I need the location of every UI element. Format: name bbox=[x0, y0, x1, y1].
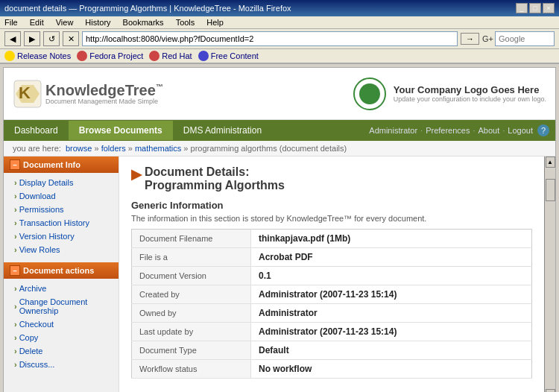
nav-logout[interactable]: Logout bbox=[508, 126, 533, 135]
sidebar-download[interactable]: Download bbox=[4, 189, 119, 203]
browser-toolbar: ◀ ▶ ↺ ✕ → G+ bbox=[0, 29, 559, 49]
table-cell-label: Document Filename bbox=[132, 230, 251, 248]
content-area: ▶ Document Details: Programming Algorthm… bbox=[119, 157, 544, 392]
menu-bookmarks[interactable]: Bookmarks bbox=[123, 18, 164, 27]
window-titlebar: document details — Programming Algorthms… bbox=[0, 0, 559, 16]
doc-title-line2: Programming Algorthms bbox=[145, 179, 285, 192]
menu-tools[interactable]: Tools bbox=[176, 18, 195, 27]
table-row: Owned byAdministrator bbox=[132, 304, 532, 323]
scroll-down-arrow[interactable]: ▼ bbox=[546, 389, 555, 392]
menu-file[interactable]: File bbox=[4, 18, 18, 27]
bookmark-icon-2 bbox=[77, 51, 87, 61]
table-cell-label: Last update by bbox=[132, 323, 251, 341]
menu-help[interactable]: Help bbox=[206, 18, 224, 27]
minimize-button[interactable]: _ bbox=[516, 3, 528, 13]
sidebar-archive[interactable]: Archive bbox=[4, 282, 119, 295]
search-input[interactable] bbox=[495, 31, 555, 46]
doc-info-toggle[interactable]: – bbox=[10, 159, 20, 170]
table-cell-label: Created by bbox=[132, 285, 251, 304]
table-cell-label: Owned by bbox=[132, 304, 251, 323]
section-desc: The information in this section is store… bbox=[131, 214, 532, 223]
table-cell-value: Default bbox=[251, 341, 532, 360]
bookmark-release-notes[interactable]: Release Notes bbox=[4, 51, 71, 61]
table-cell-value: No workflow bbox=[251, 360, 532, 379]
doc-title-block: ▶ Document Details: Programming Algorthm… bbox=[131, 165, 532, 192]
back-button[interactable]: ◀ bbox=[4, 31, 21, 46]
breadcrumb-mathematics[interactable]: mathematics bbox=[135, 144, 181, 153]
maximize-button[interactable]: □ bbox=[529, 3, 541, 13]
sidebar-delete[interactable]: Delete bbox=[4, 344, 119, 358]
nav-administrator[interactable]: Administrator bbox=[369, 126, 417, 135]
main-layout: – Document Info Display Details Download… bbox=[4, 157, 555, 392]
address-input[interactable] bbox=[82, 31, 458, 46]
table-cell-value: thinkapjava.pdf (1Mb) bbox=[251, 230, 532, 248]
page-wrapper: K KnowledgeTree™ Document Management Mad… bbox=[3, 67, 556, 392]
browser-chrome: File Edit View History Bookmarks Tools H… bbox=[0, 16, 559, 64]
sidebar-display-details[interactable]: Display Details bbox=[4, 176, 119, 189]
sidebar-view-roles[interactable]: View Roles bbox=[4, 243, 119, 256]
table-cell-label: Workflow status bbox=[132, 360, 251, 379]
scroll-thumb[interactable] bbox=[546, 179, 555, 201]
stop-button[interactable]: ✕ bbox=[63, 31, 79, 46]
sidebar-transaction-history[interactable]: Transaction History bbox=[4, 216, 119, 230]
forward-button[interactable]: ▶ bbox=[24, 31, 40, 46]
close-button[interactable]: × bbox=[543, 3, 555, 13]
table-row: Document Version0.1 bbox=[132, 267, 532, 285]
table-cell-value: Administrator (2007-11-23 15:14) bbox=[251, 285, 532, 304]
menu-edit[interactable]: Edit bbox=[30, 18, 44, 27]
menu-view[interactable]: View bbox=[56, 18, 74, 27]
nav-about[interactable]: About bbox=[479, 126, 500, 135]
nav-right-area: Administrator · Preferences · About · Lo… bbox=[369, 124, 555, 136]
company-logo-sub: Update your configuration to include you… bbox=[394, 95, 546, 103]
sidebar-checkout[interactable]: Checkout bbox=[4, 317, 119, 331]
table-cell-value: Administrator bbox=[251, 304, 532, 323]
nav-dms-admin[interactable]: DMS Administration bbox=[173, 121, 272, 140]
doc-actions-title: Document actions bbox=[23, 266, 94, 275]
menu-history[interactable]: History bbox=[85, 18, 110, 27]
company-logo-circle bbox=[353, 78, 386, 110]
sidebar-version-history[interactable]: Version History bbox=[4, 230, 119, 243]
sidebar-discuss[interactable]: Discuss... bbox=[4, 358, 119, 371]
breadcrumb-current: programming algorthms (document details) bbox=[191, 144, 347, 153]
table-cell-value: Acrobat PDF bbox=[251, 248, 532, 267]
go-button[interactable]: → bbox=[461, 33, 479, 45]
address-bar: → bbox=[82, 31, 479, 46]
scrollbar[interactable]: ▲ ▼ bbox=[544, 157, 555, 392]
sidebar-permissions[interactable]: Permissions bbox=[4, 203, 119, 216]
search-area: G+ bbox=[482, 31, 555, 46]
sidebar-section-doc-info: – Document Info bbox=[4, 157, 119, 173]
nav-browse-documents[interactable]: Browse Documents bbox=[69, 121, 173, 140]
scroll-up-arrow[interactable]: ▲ bbox=[546, 157, 555, 168]
nav-dashboard[interactable]: Dashboard bbox=[4, 121, 69, 140]
breadcrumb-browse[interactable]: browse bbox=[66, 144, 92, 153]
help-button[interactable]: ? bbox=[537, 124, 549, 136]
doc-info-title: Document Info bbox=[23, 160, 80, 169]
reload-button[interactable]: ↺ bbox=[43, 31, 60, 46]
table-row: Created byAdministrator (2007-11-23 15:1… bbox=[132, 285, 532, 304]
bookmark-free-content[interactable]: Free Content bbox=[198, 51, 259, 61]
nav-preferences[interactable]: Preferences bbox=[426, 126, 470, 135]
company-logo-text: Your Company Logo Goes Here bbox=[394, 84, 546, 95]
doc-title-arrow: ▶ bbox=[131, 166, 142, 183]
sidebar: – Document Info Display Details Download… bbox=[4, 157, 119, 392]
sidebar-section-doc-actions: – Document actions bbox=[4, 262, 119, 279]
window-controls: _ □ × bbox=[516, 3, 555, 13]
sidebar-copy[interactable]: Copy bbox=[4, 331, 119, 344]
window-title: document details — Programming Algorthms… bbox=[4, 4, 291, 13]
bookmark-icon-3 bbox=[149, 51, 160, 61]
kt-tagline: Document Management Made Simple bbox=[45, 98, 163, 105]
sidebar-change-ownership[interactable]: Change Document Ownership bbox=[4, 295, 119, 317]
bookmark-redhat[interactable]: Red Hat bbox=[149, 51, 192, 61]
breadcrumb: you are here: browse » folders » mathema… bbox=[4, 141, 555, 157]
doc-actions-toggle[interactable]: – bbox=[10, 265, 20, 276]
table-cell-value: 0.1 bbox=[251, 267, 532, 285]
info-table: Document Filenamethinkapjava.pdf (1Mb)Fi… bbox=[131, 229, 532, 379]
breadcrumb-folders[interactable]: folders bbox=[101, 144, 126, 153]
bookmark-label-1: Release Notes bbox=[17, 51, 71, 60]
kt-logo: K KnowledgeTree™ Document Management Mad… bbox=[13, 79, 163, 109]
bookmark-icon-4 bbox=[198, 51, 209, 61]
breadcrumb-prefix: you are here: bbox=[13, 144, 61, 153]
bookmark-fedora[interactable]: Fedora Project bbox=[77, 51, 143, 61]
doc-title-line1: Document Details: bbox=[145, 165, 285, 179]
company-logo-inner bbox=[359, 83, 380, 104]
